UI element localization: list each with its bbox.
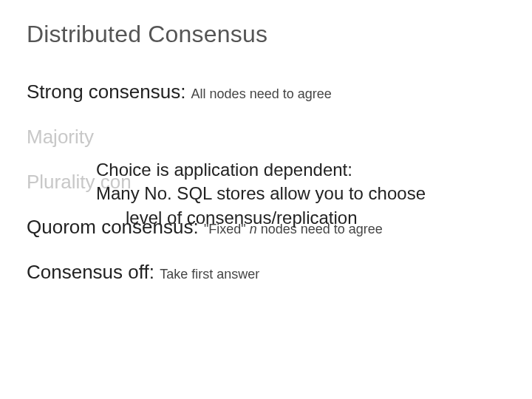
overlay-note: Choice is application dependent: Many No…: [96, 158, 426, 230]
row-off: Consensus off: Take first answer: [27, 261, 505, 284]
row-off-desc: Take first answer: [160, 267, 259, 282]
overlay-line2b: level of consensus/replication: [96, 206, 426, 230]
row-majority: Majority: [27, 126, 505, 149]
row-off-lead: Consensus off:: [27, 261, 160, 283]
overlay-line2a: Many No. SQL stores allow you to choose: [96, 183, 426, 203]
slide-title: Distributed Consensus: [27, 21, 505, 48]
row-strong-desc: All nodes need to agree: [191, 86, 332, 101]
slide: Distributed Consensus Strong consensus: …: [0, 0, 532, 399]
row-strong-lead: Strong consensus:: [27, 81, 191, 103]
overlay-line1: Choice is application dependent:: [96, 160, 352, 180]
row-majority-lead: Majority: [27, 126, 94, 148]
row-strong: Strong consensus: All nodes need to agre…: [27, 81, 505, 103]
